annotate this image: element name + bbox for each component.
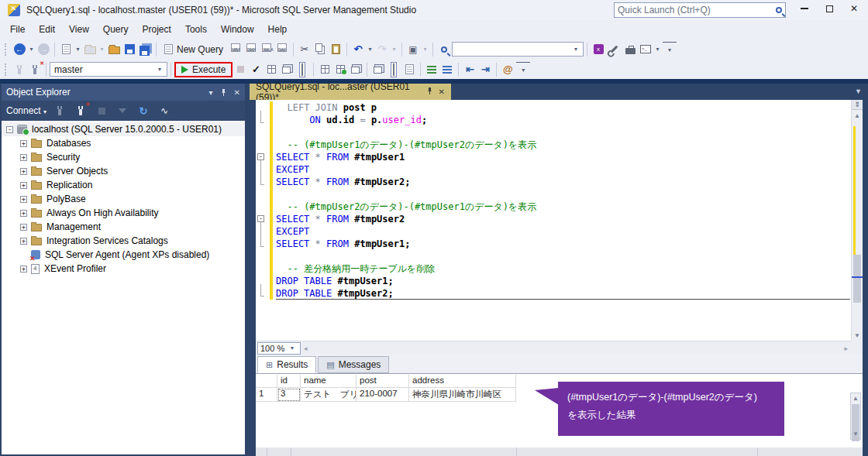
cut-icon[interactable]: ✂: [298, 42, 312, 57]
navigate-backward-icon[interactable]: ▣: [406, 42, 420, 57]
menu-file[interactable]: File: [3, 22, 32, 37]
toolbar1-overflow-icon[interactable]: ▾: [663, 42, 677, 57]
code-line-6[interactable]: EXCEPT: [276, 163, 850, 176]
tree-item-databases[interactable]: +Databases: [2, 136, 245, 150]
tree-item-xevent-profiler[interactable]: +XEvent Profiler: [2, 262, 245, 276]
menu-view[interactable]: View: [62, 22, 96, 37]
database-combobox[interactable]: master▾: [50, 62, 167, 77]
new-project-icon[interactable]: [59, 42, 73, 57]
cancel-query-icon[interactable]: [233, 62, 247, 77]
menu-help[interactable]: Help: [261, 22, 294, 37]
tree-expander-icon[interactable]: +: [20, 154, 27, 161]
quick-launch-input[interactable]: Quick Launch (Ctrl+Q): [614, 2, 786, 18]
tree-expander-icon[interactable]: +: [20, 182, 27, 189]
back-dropdown[interactable]: ▾: [28, 42, 35, 57]
code-line-13[interactable]: [276, 250, 850, 262]
terminal-dropdown[interactable]: ▾: [654, 42, 661, 57]
column-header-name[interactable]: name: [301, 375, 356, 388]
open-file-icon[interactable]: [83, 42, 97, 57]
dax-query-icon[interactable]: DAX: [275, 42, 289, 57]
toolbox-icon[interactable]: [623, 42, 637, 57]
minimize-button[interactable]: [792, 0, 817, 17]
tree-expander-icon[interactable]: +: [20, 266, 27, 273]
editor-vertical-scrollbar[interactable]: ▲ ▼: [851, 100, 863, 341]
column-header-id[interactable]: id: [277, 375, 301, 388]
tree-item-always-on-high-availability[interactable]: +Always On High Availability: [2, 206, 245, 220]
code-line-11[interactable]: EXCEPT: [276, 225, 850, 238]
display-estimated-plan-icon[interactable]: [264, 62, 278, 77]
scroll-right-arrow[interactable]: ▸: [841, 345, 851, 352]
forward-icon[interactable]: →: [36, 42, 50, 57]
maximize-button[interactable]: [817, 0, 842, 17]
find-icon[interactable]: [437, 42, 451, 57]
code-line-2[interactable]: ON ud.id = p.user_id;: [276, 114, 850, 126]
tree-item-sql-server-agent-agent-xps-disabled[interactable]: SQL Server Agent (Agent XPs disabled): [2, 248, 245, 262]
grid-cell-post[interactable]: 210-0007: [356, 388, 409, 402]
code-line-10[interactable]: SELECT * FROM #tmpUser2: [276, 213, 850, 225]
menu-edit[interactable]: Edit: [32, 22, 62, 37]
uncomment-icon[interactable]: [440, 62, 454, 77]
code-line-7[interactable]: SELECT * FROM #tmpUser2;: [276, 176, 850, 188]
toolbar2-overflow-icon[interactable]: ▾: [516, 62, 530, 77]
menu-window[interactable]: Window: [214, 22, 261, 37]
tree-item-management[interactable]: +Management: [2, 220, 245, 234]
results-to-text-icon[interactable]: [371, 62, 385, 77]
code-line-1[interactable]: LEFT JOIN post p: [276, 101, 850, 114]
mdx-query-icon[interactable]: MDX: [229, 42, 243, 57]
tree-expander-icon[interactable]: +: [20, 210, 27, 217]
scroll-down-arrow[interactable]: ▼: [851, 429, 860, 439]
tab-list-dropdown-icon[interactable]: ▼: [855, 87, 862, 95]
fold-collapse-icon[interactable]: -: [257, 153, 264, 160]
column-header-post[interactable]: post: [356, 375, 409, 388]
tree-expander-icon[interactable]: +: [20, 238, 27, 245]
zoom-level-combobox[interactable]: 100 % ▾: [257, 342, 301, 355]
query-document-tab[interactable]: SQLQuery1.sql - loc...aster (USER01 (59)…: [250, 84, 451, 100]
redo-dropdown[interactable]: ▾: [391, 42, 398, 57]
tree-expander-icon[interactable]: +: [20, 140, 27, 147]
code-line-16[interactable]: DROP TABLE #tmpUser2;: [276, 287, 850, 300]
grid-cell-id[interactable]: 3: [277, 388, 301, 402]
code-line-12[interactable]: SELECT * FROM #tmpUser1;: [276, 238, 850, 250]
open-file-dropdown[interactable]: ▾: [98, 42, 105, 57]
code-line-3[interactable]: [276, 126, 850, 139]
dmx-query-icon[interactable]: DMX: [244, 42, 258, 57]
results-to-grid-icon[interactable]: [387, 62, 401, 77]
tree-expander-icon[interactable]: +: [20, 224, 27, 231]
menu-project[interactable]: Project: [136, 22, 178, 37]
new-project-dropdown[interactable]: ▾: [74, 42, 81, 57]
live-query-statistics-icon[interactable]: [333, 62, 347, 77]
tab-results[interactable]: ⊞ Results: [257, 356, 316, 373]
scroll-up-arrow[interactable]: ▲: [852, 111, 863, 121]
tree-item-replication[interactable]: +Replication: [2, 178, 245, 192]
connect-icon[interactable]: [12, 62, 26, 77]
results-vertical-scrollbar[interactable]: ▲ ▼: [850, 393, 861, 440]
fold-collapse-icon[interactable]: -: [257, 215, 264, 222]
connect-object-explorer-icon[interactable]: [53, 103, 67, 118]
sql-server-profiler-icon[interactable]: x: [591, 42, 605, 57]
query-options-icon[interactable]: [280, 62, 294, 77]
tree-item-localhost-sql-server-15-0-2000-5-user01[interactable]: -localhost (SQL Server 15.0.2000.5 - USE…: [2, 122, 245, 136]
close-tab-icon[interactable]: ✕: [439, 87, 445, 96]
new-query-button[interactable]: New Query: [160, 43, 228, 56]
window-position-dropdown-icon[interactable]: ▾: [209, 88, 213, 97]
back-icon[interactable]: ←: [12, 42, 26, 57]
tree-item-integration-services-catalogs[interactable]: +Integration Services Catalogs: [2, 234, 245, 248]
tab-messages[interactable]: ▤ Messages: [318, 356, 389, 373]
scroll-up-arrow[interactable]: ▲: [851, 393, 860, 403]
close-icon[interactable]: ✕: [234, 88, 240, 97]
redo-icon[interactable]: ↷: [375, 42, 389, 57]
xmla-query-icon[interactable]: XMLA: [260, 42, 274, 57]
scrollbar-thumb[interactable]: [853, 255, 861, 303]
tuning-advisor-icon[interactable]: [607, 42, 622, 57]
filter-icon[interactable]: [115, 103, 129, 118]
tree-expander-icon[interactable]: +: [20, 196, 27, 203]
column-header-address[interactable]: address: [409, 375, 516, 388]
results-to-file-icon[interactable]: [402, 62, 416, 77]
code-line-4[interactable]: -- (#tmpUser1のデータ)-(#tmpUser2のデータ)を表示: [276, 139, 850, 151]
save-icon[interactable]: [122, 42, 136, 57]
execute-button[interactable]: Execute: [174, 62, 232, 77]
code-line-5[interactable]: SELECT * FROM #tmpUser1: [276, 151, 850, 163]
code-line-14[interactable]: -- 差分格納用一時テーブルを削除: [276, 262, 850, 275]
find-combobox[interactable]: ▾: [452, 42, 584, 57]
parse-icon[interactable]: ✓: [249, 62, 263, 77]
